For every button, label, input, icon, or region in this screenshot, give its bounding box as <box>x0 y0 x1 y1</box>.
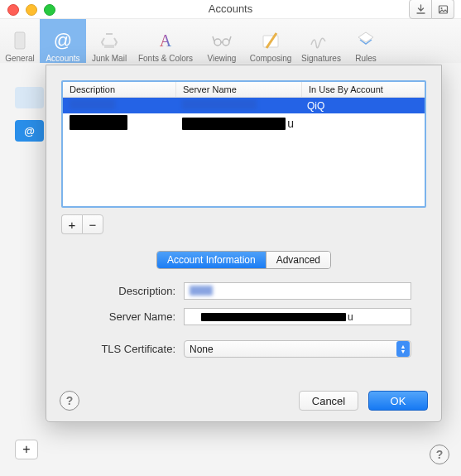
picture-icon[interactable] <box>432 0 454 19</box>
tab-viewing[interactable]: Viewing <box>199 19 245 65</box>
account-info-form: Description: Server Name: u TLS Certific… <box>61 282 426 358</box>
help-button[interactable]: ? <box>60 391 79 411</box>
signature-icon <box>309 28 334 53</box>
tab-account-information[interactable]: Account Information <box>157 252 266 268</box>
tab-fonts-colors[interactable]: A Fonts & Colors <box>132 19 199 65</box>
tab-general[interactable]: General <box>0 19 40 65</box>
bg-help-button[interactable]: ? <box>430 445 449 464</box>
tls-certificate-value: None <box>190 344 214 355</box>
fonts-icon: A <box>153 28 178 53</box>
at-icon: @ <box>50 28 75 53</box>
bg-account-at-icon: @ <box>15 120 44 142</box>
tls-certificate-label: TLS Certificate: <box>76 343 184 355</box>
table-row[interactable]: QiQ <box>63 98 425 113</box>
prefs-toolbar: General @ Accounts Junk Mail A Fonts & C… <box>0 19 461 65</box>
description-label: Description: <box>76 285 184 297</box>
remove-server-button[interactable]: − <box>82 214 103 234</box>
sheet-tabs: Account Information Advanced <box>61 251 426 269</box>
cancel-button[interactable]: Cancel <box>299 391 358 411</box>
smtp-server-sheet: Description Server Name In Use By Accoun… <box>46 65 442 422</box>
col-description[interactable]: Description <box>63 82 176 97</box>
tab-junk-mail[interactable]: Junk Mail <box>86 19 132 65</box>
window-title: Accounts <box>0 2 461 15</box>
titlebar: Accounts <box>0 0 461 19</box>
server-table[interactable]: Description Server Name In Use By Accoun… <box>61 80 426 208</box>
chevron-up-down-icon: ▲▼ <box>396 341 410 357</box>
server-name-label: Server Name: <box>76 310 184 323</box>
tab-composing[interactable]: Composing <box>245 19 296 65</box>
glasses-icon <box>209 28 234 53</box>
recycle-icon <box>97 28 122 53</box>
tab-signatures[interactable]: Signatures <box>296 19 346 65</box>
svg-rect-4 <box>104 45 114 48</box>
col-in-use[interactable]: In Use By Account <box>302 82 425 97</box>
svg-text:@: @ <box>54 30 72 50</box>
svg-text:A: A <box>160 31 172 50</box>
pencil-icon <box>258 28 283 53</box>
server-name-input[interactable]: u <box>184 308 411 325</box>
download-icon[interactable] <box>409 0 432 19</box>
svg-rect-2 <box>15 32 25 49</box>
col-server[interactable]: Server Name <box>176 82 302 97</box>
prefs-window: Accounts General @ Accounts Junk Mail A … <box>0 0 461 476</box>
svg-point-6 <box>214 39 221 46</box>
description-input[interactable] <box>184 282 411 300</box>
table-header: Description Server Name In Use By Accoun… <box>63 82 425 98</box>
tls-certificate-popup[interactable]: None ▲▼ <box>184 340 411 358</box>
table-body: QiQ u <box>63 98 425 206</box>
ok-button[interactable]: OK <box>368 391 428 411</box>
tab-accounts[interactable]: @ Accounts <box>40 19 86 65</box>
add-remove-group: + − <box>61 214 426 234</box>
add-server-button[interactable]: + <box>61 214 82 234</box>
tab-rules[interactable]: Rules <box>346 19 386 65</box>
svg-point-1 <box>440 7 442 9</box>
table-row[interactable]: u <box>63 113 425 133</box>
bg-add-account-button[interactable]: + <box>15 440 38 459</box>
rules-icon <box>353 28 378 53</box>
bg-account-icloud-icon <box>15 87 44 108</box>
titlebar-right-buttons <box>409 0 454 19</box>
tab-advanced[interactable]: Advanced <box>266 252 330 268</box>
svg-point-7 <box>223 39 229 46</box>
sheet-footer: ? Cancel OK <box>46 380 441 421</box>
general-icon <box>7 28 32 53</box>
